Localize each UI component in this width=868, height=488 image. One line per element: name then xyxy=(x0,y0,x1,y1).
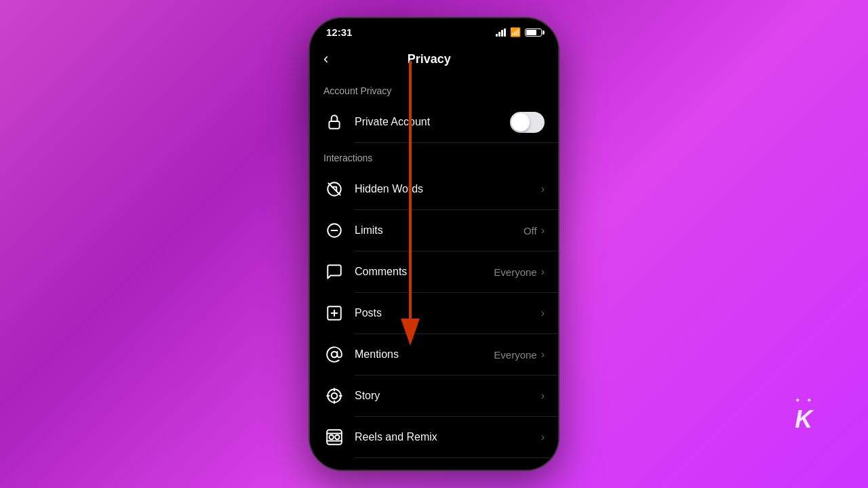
svg-point-10 xyxy=(332,393,338,399)
battery-icon xyxy=(525,28,542,37)
hidden-words-arrow: › xyxy=(541,183,545,195)
svg-point-17 xyxy=(335,435,340,440)
posts-arrow: › xyxy=(541,307,545,319)
phone-screen: 12:31 📶 ‹ Privacy Account Privacy xyxy=(310,18,558,470)
status-bar: 12:31 📶 xyxy=(310,18,558,42)
limits-value: Off xyxy=(524,225,537,237)
settings-content: Account Privacy Private Account Interact… xyxy=(310,76,558,470)
live-item[interactable]: Live › xyxy=(310,458,558,470)
svg-point-16 xyxy=(329,435,334,440)
comments-value: Everyone xyxy=(494,266,536,278)
toggle-thumb xyxy=(511,113,530,131)
comments-item[interactable]: Comments Everyone › xyxy=(310,251,558,292)
wifi-icon: 📶 xyxy=(510,27,521,37)
status-icons: 📶 xyxy=(496,27,542,37)
phone-frame: 12:31 📶 ‹ Privacy Account Privacy xyxy=(309,17,559,471)
story-arrow: › xyxy=(541,390,545,402)
limits-label: Limits xyxy=(355,224,524,237)
story-item[interactable]: Story › xyxy=(310,375,558,416)
mentions-value: Everyone xyxy=(494,349,536,361)
posts-icon xyxy=(323,302,345,324)
mentions-arrow: › xyxy=(541,348,545,361)
svg-line-2 xyxy=(328,183,340,195)
comments-icon xyxy=(323,261,345,283)
reels-remix-label: Reels and Remix xyxy=(355,431,537,443)
comments-label: Comments xyxy=(355,266,494,278)
mentions-icon xyxy=(323,344,345,365)
live-icon xyxy=(323,468,345,470)
limits-arrow: › xyxy=(541,224,545,237)
lock-icon xyxy=(323,111,345,133)
interactions-header: Interactions xyxy=(310,143,558,169)
mentions-label: Mentions xyxy=(355,348,494,361)
signal-icon xyxy=(496,28,506,37)
posts-item[interactable]: Posts › xyxy=(310,293,558,333)
private-account-toggle[interactable] xyxy=(510,112,545,133)
hidden-words-label: Hidden Words xyxy=(355,183,537,195)
nav-bar: ‹ Privacy xyxy=(310,42,558,76)
posts-label: Posts xyxy=(355,307,537,319)
story-icon xyxy=(323,385,345,407)
limits-item[interactable]: Limits Off › xyxy=(310,210,558,251)
account-privacy-header: Account Privacy xyxy=(310,76,558,102)
comments-arrow: › xyxy=(541,266,545,278)
reels-icon xyxy=(323,426,345,448)
private-account-label: Private Account xyxy=(355,116,510,128)
k-logo-watermark: K xyxy=(795,396,814,434)
story-label: Story xyxy=(355,390,537,402)
hidden-words-icon xyxy=(323,178,345,200)
page-title: Privacy xyxy=(334,52,524,66)
private-account-item[interactable]: Private Account xyxy=(310,102,558,142)
svg-rect-0 xyxy=(329,121,339,129)
hidden-words-item[interactable]: Hidden Words › xyxy=(310,169,558,209)
mentions-item[interactable]: Mentions Everyone › xyxy=(310,334,558,375)
back-button[interactable]: ‹ xyxy=(323,47,334,70)
reels-remix-arrow: › xyxy=(541,431,545,443)
limits-icon xyxy=(323,220,345,241)
status-time: 12:31 xyxy=(326,26,352,38)
svg-point-8 xyxy=(332,352,338,358)
reels-remix-item[interactable]: Reels and Remix › xyxy=(310,417,558,458)
